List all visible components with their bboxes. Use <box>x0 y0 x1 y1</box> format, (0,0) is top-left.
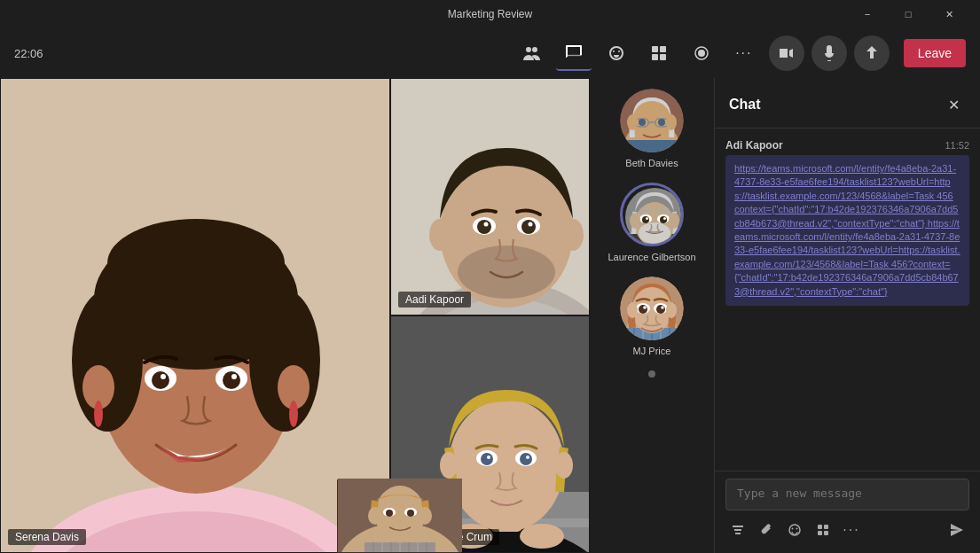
svg-point-22 <box>223 371 240 389</box>
svg-point-65 <box>368 507 382 525</box>
participant-name-aadi: Aadi Kapoor <box>398 292 471 308</box>
svg-point-81 <box>639 119 646 126</box>
video-cell-aadi: Aadi Kapoor <box>390 78 590 315</box>
svg-point-116 <box>666 302 677 318</box>
svg-point-46 <box>449 399 564 532</box>
chat-messages[interactable]: Adi Kapoor 11:52 https://teams.microsoft… <box>715 129 980 471</box>
title-bar: Marketing Review − □ ✕ <box>0 0 980 28</box>
scroll-indicator <box>648 370 655 378</box>
chat-send-button[interactable] <box>945 518 969 542</box>
avatar-beth <box>620 89 684 152</box>
svg-point-83 <box>627 114 638 130</box>
svg-rect-123 <box>824 531 828 535</box>
svg-point-94 <box>642 216 649 223</box>
participant-mj[interactable]: MJ Price <box>620 276 684 356</box>
svg-point-63 <box>386 510 393 517</box>
svg-point-95 <box>660 216 667 223</box>
svg-point-97 <box>663 217 666 220</box>
svg-point-17 <box>94 401 103 427</box>
mic-button[interactable] <box>811 35 847 71</box>
participant-name-beth: Beth Davies <box>625 158 678 168</box>
svg-point-118 <box>792 528 794 530</box>
chat-message-header: Adi Kapoor 11:52 <box>725 139 969 152</box>
chat-format-button[interactable] <box>725 518 750 542</box>
chat-bubble: https://teams.microsoft.com/l/entity/fe4… <box>725 155 969 306</box>
svg-point-35 <box>521 220 536 234</box>
svg-point-115 <box>627 302 638 318</box>
participant-name-laurence: Laurence Gilbertson <box>608 252 695 262</box>
svg-point-56 <box>520 524 564 549</box>
more-options-button[interactable]: ··· <box>726 35 762 71</box>
svg-point-39 <box>562 219 584 251</box>
reactions-button[interactable] <box>599 35 634 71</box>
svg-point-119 <box>796 528 798 530</box>
close-button[interactable]: ✕ <box>929 0 969 28</box>
participants-button[interactable] <box>514 35 549 71</box>
svg-point-111 <box>639 305 647 314</box>
chat-apps-button[interactable] <box>811 518 835 542</box>
chat-header: Chat ✕ <box>715 78 980 129</box>
participant-beth[interactable]: Beth Davies <box>620 89 684 168</box>
chat-message: Adi Kapoor 11:52 https://teams.microsoft… <box>725 139 969 306</box>
leave-button[interactable]: Leave <box>904 39 966 67</box>
svg-point-13 <box>249 290 320 432</box>
chat-sender: Adi Kapoor <box>725 139 783 152</box>
svg-point-5 <box>698 50 705 57</box>
chat-emoji-button[interactable] <box>782 518 807 542</box>
svg-rect-122 <box>818 531 822 535</box>
svg-point-14 <box>107 219 285 308</box>
svg-point-51 <box>481 453 493 465</box>
svg-point-37 <box>529 222 533 227</box>
video-button[interactable] <box>769 35 804 71</box>
svg-point-113 <box>643 306 647 309</box>
svg-point-66 <box>418 507 432 525</box>
svg-rect-3 <box>660 54 666 60</box>
chat-more-button[interactable]: ··· <box>839 518 864 542</box>
record-button[interactable] <box>684 35 719 71</box>
svg-point-114 <box>661 306 664 309</box>
svg-rect-2 <box>652 54 658 60</box>
chat-toolbar: ··· <box>725 514 969 546</box>
chat-message-text[interactable]: https://teams.microsoft.com/l/entity/fe4… <box>734 163 960 297</box>
avatar-laurence <box>620 183 684 246</box>
svg-point-117 <box>789 525 800 535</box>
chat-button[interactable] <box>556 35 592 71</box>
chat-attach-button[interactable] <box>754 518 779 542</box>
svg-point-18 <box>289 401 298 427</box>
call-timer: 22:06 <box>14 47 43 60</box>
chat-panel: Chat ✕ Adi Kapoor 11:52 https://teams.mi… <box>714 78 980 553</box>
svg-point-112 <box>656 305 665 314</box>
chat-title: Chat <box>729 97 761 113</box>
svg-rect-120 <box>818 525 822 529</box>
svg-point-12 <box>72 290 143 432</box>
svg-point-36 <box>484 222 489 227</box>
minimize-button[interactable]: − <box>847 0 888 28</box>
svg-point-31 <box>458 245 555 299</box>
svg-point-53 <box>487 456 490 459</box>
svg-point-60 <box>375 486 425 542</box>
svg-point-21 <box>152 371 169 389</box>
video-cell-serena: Serena Davis <box>0 78 390 553</box>
svg-point-84 <box>666 114 677 130</box>
chat-close-button[interactable]: ✕ <box>941 92 966 117</box>
svg-point-34 <box>477 220 491 234</box>
svg-point-38 <box>429 219 451 251</box>
participant-laurence[interactable]: Laurence Gilbertson <box>608 183 695 262</box>
svg-point-48 <box>555 452 573 479</box>
svg-point-23 <box>161 374 166 379</box>
svg-point-54 <box>526 456 529 459</box>
call-toolbar: 22:06 ··· <box>0 28 980 78</box>
svg-point-24 <box>231 374 237 379</box>
participant-name-mj: MJ Price <box>633 346 671 356</box>
svg-point-52 <box>520 453 532 465</box>
svg-rect-85 <box>625 140 678 152</box>
chat-message-input[interactable] <box>725 479 969 510</box>
participant-strip: Beth Davies <box>590 78 714 553</box>
rooms-button[interactable] <box>641 35 677 71</box>
svg-point-98 <box>630 213 640 229</box>
svg-rect-1 <box>660 46 666 52</box>
share-button[interactable] <box>854 35 890 71</box>
svg-point-47 <box>440 452 458 479</box>
svg-rect-0 <box>652 46 658 52</box>
maximize-button[interactable]: □ <box>888 0 929 28</box>
